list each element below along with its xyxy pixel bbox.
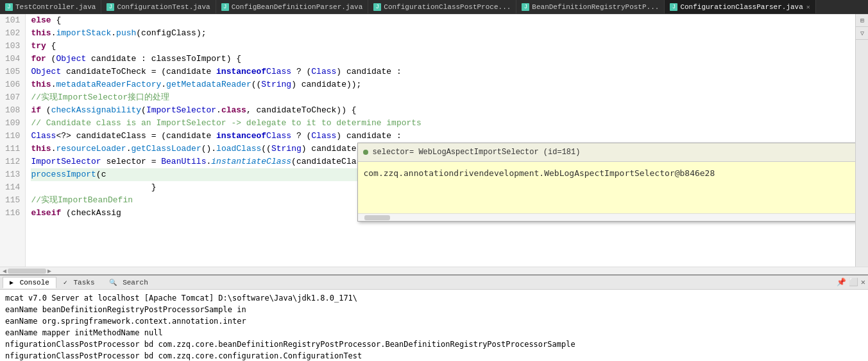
tooltip-hscroll[interactable] bbox=[358, 213, 855, 221]
editor-right-controls: ⊞ ▽ bbox=[855, 14, 868, 267]
console-line-2: eanName beanDefinitionRegistryPostProces… bbox=[5, 304, 863, 315]
tab-configurationtest[interactable]: J ConfigurationTest.java bbox=[101, 0, 216, 14]
close-panel-icon[interactable]: ✕ bbox=[861, 277, 865, 287]
editor-wrapper: 101 102 103 104 105 106 107 108 109 110 … bbox=[0, 14, 868, 274]
pin-icon[interactable]: 📌 bbox=[837, 277, 846, 287]
tab-close-icon[interactable]: ✕ bbox=[806, 3, 810, 11]
console-line-6: nfigurationClassPostProcessor bd com.zzq… bbox=[5, 350, 863, 361]
tab-bar: J TestController.java J ConfigurationTes… bbox=[0, 0, 868, 14]
file-icon: J bbox=[373, 3, 381, 11]
tab-search[interactable]: 🔍 Search bbox=[102, 277, 155, 288]
tab-configbean[interactable]: J ConfigBeanDefinitionParser.java bbox=[216, 0, 369, 14]
expand-icon[interactable]: ▽ bbox=[856, 27, 868, 40]
code-line-101: else { bbox=[31, 14, 855, 27]
file-icon: J bbox=[670, 3, 677, 11]
console-output: mcat v7.0 Server at localhost [Apache To… bbox=[0, 290, 868, 361]
tab-beandefregistry[interactable]: J BeanDefinitionRegistryPostP... bbox=[516, 0, 665, 14]
code-line-109: // Candidate class is an ImportSelector … bbox=[31, 117, 855, 130]
editor-hscroll[interactable]: ◀ ▶ bbox=[0, 267, 868, 274]
tooltip-dot-icon bbox=[363, 150, 368, 155]
console-icon: ▶ bbox=[10, 279, 13, 286]
console-line-5: nfigurationClassPostProcessor bd com.zzq… bbox=[5, 339, 863, 350]
code-line-106: this.metadataReaderFactory.getMetadataRe… bbox=[31, 78, 855, 91]
hscroll-left-icon[interactable]: ◀ bbox=[3, 267, 6, 275]
line-numbers: 101 102 103 104 105 106 107 108 109 110 … bbox=[0, 14, 26, 267]
debug-tooltip: selector= WebLogAspectImportSelector (id… bbox=[357, 143, 855, 222]
tooltip-hscroll-thumb bbox=[364, 215, 390, 220]
file-icon: J bbox=[522, 3, 529, 11]
bottom-tab-bar: ▶ Console ✓ Tasks 🔍 Search 📌 ⬜ ✕ bbox=[0, 276, 868, 290]
search-icon: 🔍 bbox=[109, 279, 117, 286]
code-line-104: for (Object candidate : classesToImport)… bbox=[31, 53, 855, 66]
bottom-panel: ▶ Console ✓ Tasks 🔍 Search 📌 ⬜ ✕ mcat v7… bbox=[0, 274, 868, 361]
tab-console[interactable]: ▶ Console bbox=[3, 277, 56, 288]
hscroll-thumb bbox=[8, 269, 46, 274]
tab-configclasspost[interactable]: J ConfigurationClassPostProce... bbox=[368, 0, 516, 14]
tooltip-title: selector= WebLogAspectImportSelector (id… bbox=[372, 146, 580, 159]
editor-main: 101 102 103 104 105 106 107 108 109 110 … bbox=[0, 14, 868, 267]
code-line-105: Object candidateToCheck = (candidate ins… bbox=[31, 66, 855, 78]
tooltip-header: selector= WebLogAspectImportSelector (id… bbox=[358, 143, 855, 162]
console-line-4: eanName mapper initMethodName null bbox=[5, 327, 863, 339]
tooltip-value: com.zzq.annotationdrivendevelopment.WebL… bbox=[363, 167, 851, 180]
layout-icon[interactable]: ⊞ bbox=[856, 14, 868, 27]
code-line-108: if (checkAssignability(ImportSelector.cl… bbox=[31, 104, 855, 117]
code-line-102: this.importStack.push(configClass); bbox=[31, 27, 855, 40]
console-line-3: eanName org.springframework.context.anno… bbox=[5, 315, 863, 327]
tab-testcontroller[interactable]: J TestController.java bbox=[0, 0, 101, 14]
code-line-107: //实现ImportSelector接口的处理 bbox=[31, 91, 855, 104]
file-icon: J bbox=[5, 3, 13, 11]
tasks-icon: ✓ bbox=[64, 279, 67, 286]
hscroll-right-icon[interactable]: ▶ bbox=[47, 267, 51, 275]
maximize-icon[interactable]: ⬜ bbox=[849, 277, 858, 287]
console-line-1: mcat v7.0 Server at localhost [Apache To… bbox=[5, 292, 863, 304]
file-icon: J bbox=[221, 3, 229, 11]
code-line-110: Class<?> candidateClass = (candidate ins… bbox=[31, 130, 855, 143]
tooltip-body: com.zzq.annotationdrivendevelopment.WebL… bbox=[358, 162, 855, 213]
code-line-103: try { bbox=[31, 40, 855, 53]
tab-tasks[interactable]: ✓ Tasks bbox=[56, 277, 102, 288]
code-editor[interactable]: else { this.importStack.push(configClass… bbox=[26, 14, 855, 267]
file-icon: J bbox=[106, 3, 114, 11]
tab-configclassparser[interactable]: J ConfigurationClassParser.java ✕ bbox=[665, 0, 815, 14]
